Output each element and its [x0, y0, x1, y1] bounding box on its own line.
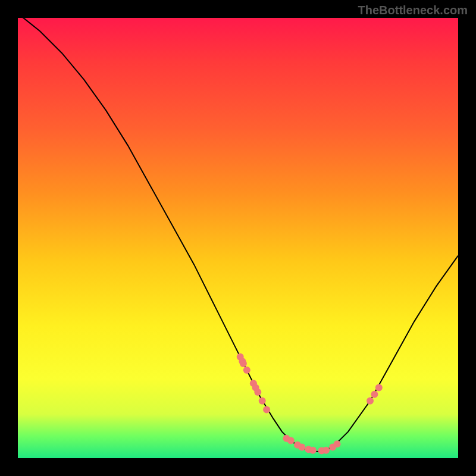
data-point	[309, 447, 317, 454]
data-point	[322, 447, 330, 454]
data-point	[298, 444, 305, 451]
data-point	[367, 397, 374, 405]
data-points-right-cluster	[367, 384, 383, 405]
data-points-bottom-cluster	[283, 435, 340, 455]
chart-svg	[18, 18, 458, 458]
data-point	[240, 360, 247, 367]
data-point	[287, 437, 295, 444]
bottleneck-curve	[18, 14, 458, 452]
data-point	[259, 397, 266, 405]
chart-plot-area	[18, 18, 458, 458]
watermark-text: TheBottleneck.com	[358, 4, 468, 17]
data-point	[371, 391, 378, 398]
data-point	[334, 440, 341, 447]
data-point	[254, 389, 261, 396]
data-point	[375, 384, 383, 392]
data-point	[263, 406, 270, 414]
data-point	[243, 367, 250, 374]
